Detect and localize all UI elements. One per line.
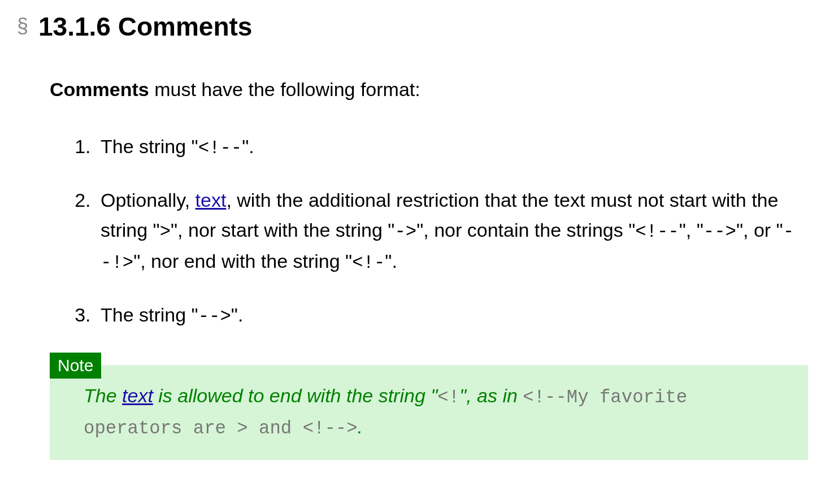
note-d: .: [358, 416, 363, 437]
rule1-a: The string ": [101, 136, 198, 157]
section-mark-icon[interactable]: §: [17, 11, 28, 38]
rule-item-3: The string "-->".: [96, 300, 808, 331]
rule1-b: ".: [242, 136, 254, 157]
rule3-code: -->: [198, 306, 231, 327]
rule2-text-link[interactable]: text: [196, 189, 227, 211]
rule2-e: ", ": [679, 219, 704, 241]
note-block: Note The text is allowed to end with the…: [50, 365, 808, 460]
note-c: ", as in: [459, 385, 523, 406]
note-b: is allowed to end with the string ": [153, 385, 437, 406]
rule-item-2: Optionally, text, with the additional re…: [96, 185, 808, 277]
note-text-link[interactable]: text: [122, 385, 153, 406]
rule1-code: <!--: [198, 138, 242, 159]
rule2-c6: <!-: [352, 253, 385, 273]
rule2-c1: >: [160, 221, 171, 242]
intro-term: Comments: [50, 79, 149, 100]
rule3-a: The string ": [101, 304, 198, 325]
rule2-a: Optionally,: [101, 189, 196, 211]
rule2-c2: ->: [394, 221, 416, 242]
note-badge: Note: [50, 353, 101, 379]
rule-item-1: The string "<!--".: [96, 132, 808, 163]
rule2-c3: <!--: [635, 221, 679, 242]
intro-paragraph: Comments must have the following format:: [50, 76, 808, 103]
rules-list: The string "<!--". Optionally, text, wit…: [73, 132, 808, 331]
section-title: Comments: [118, 12, 253, 41]
rule2-c4: -->: [704, 221, 736, 242]
rule3-b: ".: [231, 304, 244, 325]
rule2-g: ", nor end with the string ": [133, 250, 352, 272]
rule2-h: ".: [385, 250, 397, 272]
rule2-f: ", or ": [736, 219, 783, 241]
rule2-d: ", nor contain the strings ": [416, 219, 635, 241]
note-a: The: [84, 385, 122, 406]
note-body: The text is allowed to end with the stri…: [84, 381, 791, 443]
intro-rest: must have the following format:: [149, 79, 420, 100]
section-number: 13.1.6: [38, 12, 111, 41]
rule2-c: ", nor start with the string ": [171, 219, 394, 241]
section-heading: 13.1.6 Comments: [38, 11, 252, 42]
note-code1: <!: [437, 387, 459, 408]
